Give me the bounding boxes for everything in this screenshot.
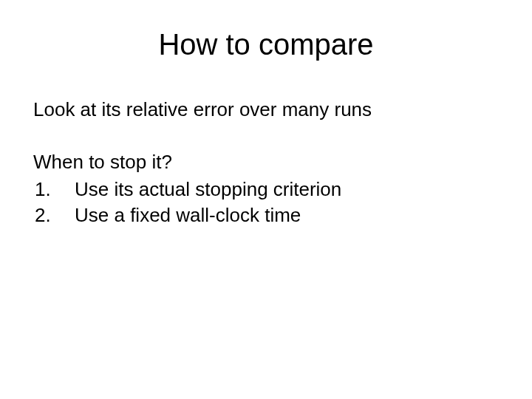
slide-title: How to compare (33, 28, 499, 61)
slide: How to compare Look at its relative erro… (0, 0, 532, 399)
list-item: Use its actual stopping criterion (33, 177, 499, 202)
question-text: When to stop it? (33, 149, 499, 175)
ordered-list: Use its actual stopping criterion Use a … (33, 177, 499, 228)
list-item: Use a fixed wall-clock time (33, 202, 499, 228)
intro-text: Look at its relative error over many run… (33, 97, 499, 123)
